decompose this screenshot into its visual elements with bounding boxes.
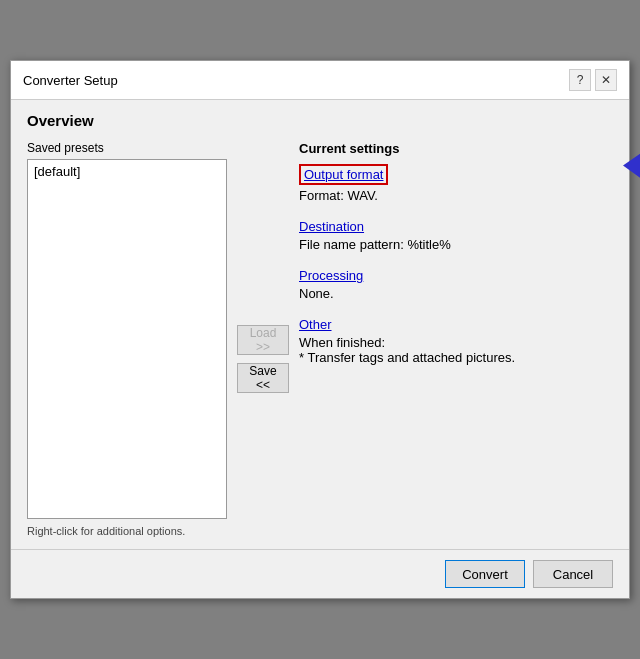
dialog-body: Overview Saved presets [default] Right-c… — [11, 100, 629, 549]
destination-section: Destination File name pattern: %title% — [299, 219, 613, 252]
cancel-button[interactable]: Cancel — [533, 560, 613, 588]
overview-heading: Overview — [27, 112, 613, 129]
load-button[interactable]: Load>> — [237, 325, 289, 355]
output-format-value: Format: WAV. — [299, 188, 613, 203]
middle-buttons: Load>> Save<< — [227, 141, 299, 537]
close-button[interactable]: ✕ — [595, 69, 617, 91]
left-panel: Saved presets [default] Right-click for … — [27, 141, 227, 537]
right-panel: Current settings Output format Format: W… — [299, 141, 613, 381]
processing-value: None. — [299, 286, 613, 301]
other-link[interactable]: Other — [299, 317, 332, 332]
right-click-hint: Right-click for additional options. — [27, 525, 227, 537]
right-wrapper: Current settings Output format Format: W… — [299, 141, 613, 537]
converter-setup-dialog: Converter Setup ? ✕ Overview Saved prese… — [10, 60, 630, 599]
help-button[interactable]: ? — [569, 69, 591, 91]
presets-list[interactable]: [default] — [27, 159, 227, 519]
destination-link[interactable]: Destination — [299, 219, 364, 234]
preset-default[interactable]: [default] — [30, 162, 224, 181]
main-content: Saved presets [default] Right-click for … — [27, 141, 613, 537]
processing-section: Processing None. — [299, 268, 613, 301]
save-button[interactable]: Save<< — [237, 363, 289, 393]
title-bar: Converter Setup ? ✕ — [11, 61, 629, 100]
title-bar-left: Converter Setup — [23, 73, 118, 88]
destination-value: File name pattern: %title% — [299, 237, 613, 252]
dialog-title: Converter Setup — [23, 73, 118, 88]
other-section: Other When finished:* Transfer tags and … — [299, 317, 613, 365]
convert-button[interactable]: Convert — [445, 560, 525, 588]
output-format-section: Output format Format: WAV. — [299, 164, 613, 203]
output-format-link[interactable]: Output format — [299, 164, 388, 185]
blue-arrow-annotation — [623, 126, 640, 206]
svg-marker-0 — [623, 126, 640, 206]
other-value: When finished:* Transfer tags and attach… — [299, 335, 613, 365]
title-bar-right: ? ✕ — [569, 69, 617, 91]
processing-link[interactable]: Processing — [299, 268, 363, 283]
dialog-footer: Convert Cancel — [11, 549, 629, 598]
current-settings-label: Current settings — [299, 141, 613, 156]
saved-presets-label: Saved presets — [27, 141, 227, 155]
